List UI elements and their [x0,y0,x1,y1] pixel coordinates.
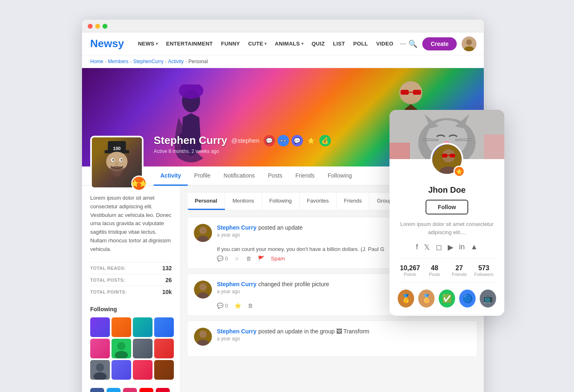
profile-avatar-container: 100 [90,136,144,189]
spam-label-1[interactable]: Spam [271,255,285,262]
nav-more[interactable]: ··· [397,39,408,48]
popup-social-youtube[interactable]: ▶ [448,243,453,252]
breadcrumb-members[interactable]: Members [108,59,128,64]
following-avatar-12[interactable] [154,360,174,380]
following-avatar-7[interactable] [133,339,153,358]
activity-user-3[interactable]: Stephen Curry [217,328,256,335]
trash-btn-1[interactable]: 🗑 [246,255,251,262]
following-avatar-2[interactable] [112,317,131,337]
activity-time-3: a year ago [217,336,470,342]
popup-stat-friends: 27 Friends [447,264,472,277]
svg-rect-9 [413,90,421,95]
svg-point-31 [199,283,207,291]
nav-item-entertainment[interactable]: ENTERTAINMENT [162,32,217,55]
star-btn-2[interactable]: ⭐ [235,303,241,309]
popup-name: Jhon Doe [398,185,496,195]
flag-btn-1[interactable]: 🚩 [258,255,264,262]
profile-handle: @stephen [231,137,260,144]
nav-item-cute[interactable]: CUTE ▾ [244,32,271,55]
popup-social-linkedin[interactable]: in [459,243,465,252]
nav-right: 🔍 Create [408,36,476,51]
following-avatar-3[interactable] [133,317,153,337]
popup-badge-5: 📺 [480,289,496,308]
popup-stats: 10,267 Points 48 Posts 27 Friends 573 Fo… [398,258,496,283]
social-youtube[interactable]: ▶ [139,388,153,392]
svg-rect-52 [450,154,455,157]
nav-item-video[interactable]: VIDEO [372,32,397,55]
profile-name-overlay: Stephen Curry @stephen 💬 👓 💬 ⭐ 💰 Active … [154,134,331,154]
activity-user-2[interactable]: Stephen Curry [217,281,256,287]
site-logo[interactable]: Newsy [90,37,124,50]
popup-rank-badge: ⭐ [453,166,465,177]
social-instagram[interactable]: ▣ [123,388,137,392]
breadcrumb-stephen[interactable]: StephenCurry [133,59,164,64]
tab-posts[interactable]: Posts [262,166,289,186]
profile-rank-badge: ⭐⭐ [131,175,147,191]
breadcrumb-home[interactable]: Home [90,59,103,64]
popup-social-twitch[interactable]: ▲ [471,243,478,252]
social-pinterest[interactable]: P [156,388,170,392]
activity-user-1[interactable]: Stephen Curry [217,224,256,231]
tab-activity[interactable]: Activity [154,166,188,186]
subtab-mentions[interactable]: Mentions [225,193,262,210]
popup-social-twitter[interactable]: 𝕏 [424,243,430,252]
following-avatar-10[interactable] [112,360,131,380]
following-avatar-5[interactable] [90,339,110,358]
search-icon[interactable]: 🔍 [408,39,417,48]
following-avatar-11[interactable] [133,360,153,380]
subtab-friends[interactable]: Friends [337,193,369,210]
navbar: Newsy NEWS ▾ ENTERTAINMENT FUNNY CUTE ▾ … [82,32,484,55]
comment-btn-2[interactable]: 💬 0 [217,303,228,309]
following-avatar-6[interactable] [112,339,131,358]
comment-btn-1[interactable]: 💬 0 [217,255,228,262]
nav-item-poll[interactable]: POLL [349,32,372,55]
svg-point-22 [117,342,125,350]
tab-profile[interactable]: Profile [188,166,217,186]
svg-point-1 [466,39,472,45]
activity-avatar-1 [194,224,212,242]
popup-stat-points: 10,267 Points [398,264,422,277]
nav-item-animals[interactable]: ANIMALS ▾ [271,32,308,55]
popup-badge-1: 🥇 [398,289,414,308]
tab-notifications[interactable]: Notifications [217,166,261,186]
nav-item-list[interactable]: LIST [329,32,349,55]
badge-1: 💬 [264,135,275,146]
nav-avatar[interactable] [462,36,476,51]
following-avatar-9[interactable] [90,360,110,380]
following-avatar-1[interactable] [90,317,110,337]
star-btn-1[interactable]: ☆ [235,255,239,262]
create-button[interactable]: Create [422,37,457,50]
popup-follow-button[interactable]: Follow [426,200,468,214]
dot-green[interactable] [102,24,107,29]
popup-body: Jhon Doe Follow Lorem ipsum dolor sit am… [390,175,504,316]
breadcrumb-current: Personal [188,59,207,64]
popup-social: f 𝕏 ◻ ▶ in ▲ [398,243,496,252]
nav-item-funny[interactable]: FUNNY [217,32,244,55]
dot-red[interactable] [88,24,93,29]
svg-point-25 [96,363,104,371]
social-links: f 𝕏 ▣ ▶ P T ✈ ▲ ☁ [90,388,172,392]
subtab-personal[interactable]: Personal [187,193,225,210]
left-sidebar: Lorem ipsum dolor sit amet consectetur a… [82,186,180,392]
svg-rect-46 [390,143,410,159]
breadcrumb-activity[interactable]: Activity [168,59,184,64]
following-grid [90,317,172,380]
popup-social-instagram[interactable]: ◻ [436,243,442,252]
activity-action-2: changed their profile picture [258,281,329,287]
nav-item-quiz[interactable]: QUIZ [308,32,329,55]
social-facebook[interactable]: f [90,388,104,392]
subtab-following[interactable]: Following [262,193,300,210]
popup-social-facebook[interactable]: f [416,243,418,252]
subtab-favorites[interactable]: Favorites [300,193,337,210]
activity-action-3: posted an update in the group 🖼 Transfor… [258,328,369,335]
tab-friends[interactable]: Friends [289,166,321,186]
following-avatar-4[interactable] [154,317,174,337]
dot-yellow[interactable] [95,24,100,29]
svg-point-19 [115,162,118,165]
tab-following[interactable]: Following [321,166,358,186]
nav-item-news[interactable]: NEWS ▾ [134,32,162,55]
trash-btn-2[interactable]: 🗑 [248,303,253,309]
social-twitter[interactable]: 𝕏 [107,388,121,392]
following-avatar-8[interactable] [154,339,174,358]
activity-avatar-3 [194,328,212,346]
